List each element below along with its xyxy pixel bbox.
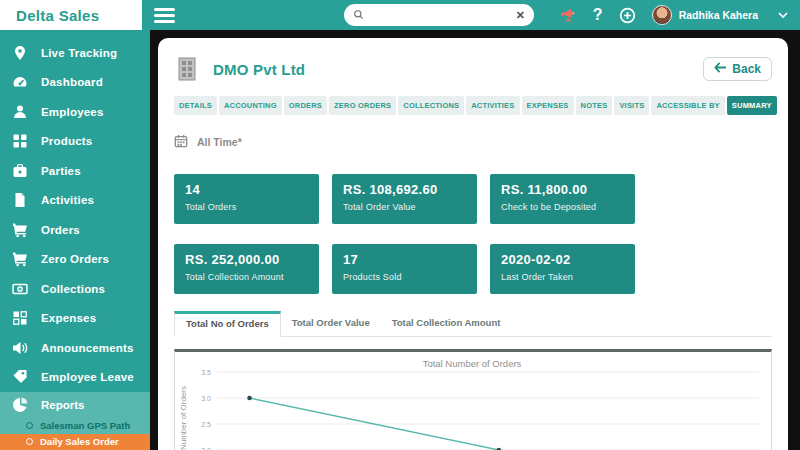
chart-tabs: Total No of OrdersTotal Order ValueTotal…: [174, 311, 772, 337]
chart-tab-total-no-of-orders[interactable]: Total No of Orders: [174, 311, 281, 337]
announcement-megaphone-icon[interactable]: [560, 7, 577, 24]
chevron-down-icon[interactable]: [778, 6, 788, 24]
sidebar-item-label: Zero Orders: [41, 253, 109, 265]
bullet-icon: [26, 438, 33, 445]
app-window: Delta Sales Live TrackingDashboardEmploy…: [0, 0, 800, 450]
menu-icon[interactable]: [154, 8, 175, 23]
sidebar-item-products[interactable]: Products: [0, 127, 150, 157]
sidebar-subitem-salesman-gps-path[interactable]: Salesman GPS Path: [0, 417, 150, 434]
sidebar-item-announcements[interactable]: Announcements: [0, 333, 150, 363]
sidebar-item-employees[interactable]: Employees: [0, 97, 150, 127]
tab-accounting[interactable]: ACCOUNTING: [219, 96, 282, 115]
sidebar-item-orders[interactable]: Orders: [0, 215, 150, 245]
stat-card-total-orders: 14Total Orders: [174, 174, 319, 224]
sidebar-item-live-tracking[interactable]: Live Tracking: [0, 38, 150, 68]
sidebar-item-label: Live Tracking: [41, 47, 117, 59]
sidebar-item-label: Announcements: [41, 342, 134, 354]
sidebar-item-dashboard[interactable]: Dashboard: [0, 68, 150, 98]
sidebar-subitem-label: Salesman GPS Path: [40, 420, 130, 431]
sidebar-item-label: Employees: [41, 106, 104, 118]
data-point[interactable]: [247, 396, 252, 401]
sidebar-item-label: Parties: [41, 165, 81, 177]
avatar[interactable]: [652, 5, 672, 25]
stat-value: 2020-02-02: [501, 252, 624, 267]
stat-card-check-to-be-deposited: RS. 11,800.00Check to be Deposited: [490, 174, 635, 224]
tab-summary[interactable]: SUMMARY: [727, 96, 777, 115]
tab-collections[interactable]: COLLECTIONS: [398, 96, 464, 115]
chart-ylabel: Number of Orders: [179, 386, 188, 450]
bullet-icon: [26, 422, 33, 429]
tab-orders[interactable]: ORDERS: [284, 96, 327, 115]
page-title: DMO Pvt Ltd: [213, 61, 305, 78]
squares-icon: [10, 310, 30, 326]
stat-label: Products Sold: [343, 272, 466, 282]
tab-notes[interactable]: NOTES: [576, 96, 613, 115]
tab-activities[interactable]: ACTIVITIES: [466, 96, 519, 115]
stat-card-products-sold: 17Products Sold: [332, 244, 477, 294]
sidebar-subitem-daily-sales-order[interactable]: Daily Sales Order: [0, 434, 150, 450]
speaker-icon: [10, 340, 30, 356]
sidebar-item-label: Orders: [41, 224, 80, 236]
help-icon[interactable]: ?: [593, 6, 603, 24]
date-filter[interactable]: All Time*: [174, 134, 772, 150]
stat-card-last-order-taken: 2020-02-02Last Order Taken: [490, 244, 635, 294]
stat-label: Last Order Taken: [501, 272, 624, 282]
search-bar: ✕: [344, 4, 534, 26]
sidebar-item-label: Expenses: [41, 312, 96, 324]
sidebar-item-employee-leave[interactable]: Employee Leave: [0, 363, 150, 393]
sidebar-item-label: Products: [41, 135, 92, 147]
stat-label: Total Collection Amount: [185, 272, 308, 282]
pie-chart-icon: [10, 397, 30, 413]
map-pin-icon: [10, 45, 30, 61]
sidebar-item-activities[interactable]: Activities: [0, 186, 150, 216]
sidebar-section-reports: Reports Salesman GPS PathDaily Sales Ord…: [0, 392, 150, 450]
grid-icon: [10, 133, 30, 149]
file-icon: [10, 192, 30, 208]
chart-tab-total-collection-amount[interactable]: Total Collection Amount: [381, 311, 512, 336]
add-icon[interactable]: [619, 7, 636, 24]
sidebar-item-expenses[interactable]: Expenses: [0, 304, 150, 334]
arrow-left-icon: [714, 62, 727, 76]
gauge-icon: [10, 74, 30, 90]
y-tick-label: 3.5: [201, 369, 211, 376]
sidebar-nav: Live TrackingDashboardEmployeesProductsP…: [0, 30, 150, 392]
stat-value: RS. 11,800.00: [501, 182, 624, 197]
sidebar-item-parties[interactable]: Parties: [0, 156, 150, 186]
y-tick-label: 2.0: [201, 447, 211, 450]
stat-card-total-order-value: RS. 108,692.60Total Order Value: [332, 174, 477, 224]
stat-value: RS. 108,692.60: [343, 182, 466, 197]
tab-expenses[interactable]: EXPENSES: [522, 96, 574, 115]
search-clear-icon[interactable]: ✕: [516, 10, 525, 21]
app-logo[interactable]: Delta Sales: [0, 0, 142, 30]
search-icon: [353, 6, 364, 24]
card-header: DMO Pvt Ltd Back: [174, 51, 772, 87]
stat-label: Check to be Deposited: [501, 202, 624, 212]
user-name[interactable]: Radhika Kahera: [679, 9, 758, 21]
tab-details[interactable]: DETAILS: [174, 96, 217, 115]
sidebar-item-collections[interactable]: Collections: [0, 274, 150, 304]
line-chart: Total Number of OrdersNumber of Orders3.…: [177, 356, 767, 450]
y-tick-label: 2.5: [201, 421, 211, 428]
back-button[interactable]: Back: [703, 57, 772, 81]
tab-zero-orders[interactable]: ZERO ORDERS: [329, 96, 396, 115]
cart-icon: [10, 251, 30, 267]
reports-subitems: Salesman GPS PathDaily Sales Order: [0, 417, 150, 450]
sidebar-item-label: Collections: [41, 283, 105, 295]
sidebar: Delta Sales Live TrackingDashboardEmploy…: [0, 0, 150, 450]
stat-value: 17: [343, 252, 466, 267]
sidebar-item-label: Employee Leave: [41, 371, 134, 383]
stat-value: RS. 252,000.00: [185, 252, 308, 267]
sidebar-item-reports[interactable]: Reports: [0, 392, 150, 417]
stat-value: 14: [185, 182, 308, 197]
chart-container: Total Number of OrdersNumber of Orders3.…: [174, 349, 772, 450]
tab-visits[interactable]: VISITS: [614, 96, 649, 115]
user-icon: [10, 104, 30, 120]
chart-tab-total-order-value[interactable]: Total Order Value: [281, 311, 381, 336]
sidebar-item-zero-orders[interactable]: Zero Orders: [0, 245, 150, 275]
briefcase-icon: [10, 163, 30, 179]
tag-icon: [10, 369, 30, 385]
back-button-label: Back: [732, 62, 761, 76]
cart-icon: [10, 222, 30, 238]
search-input[interactable]: [369, 9, 516, 21]
tab-accessible-by[interactable]: ACCESSIBLE BY: [651, 96, 724, 115]
